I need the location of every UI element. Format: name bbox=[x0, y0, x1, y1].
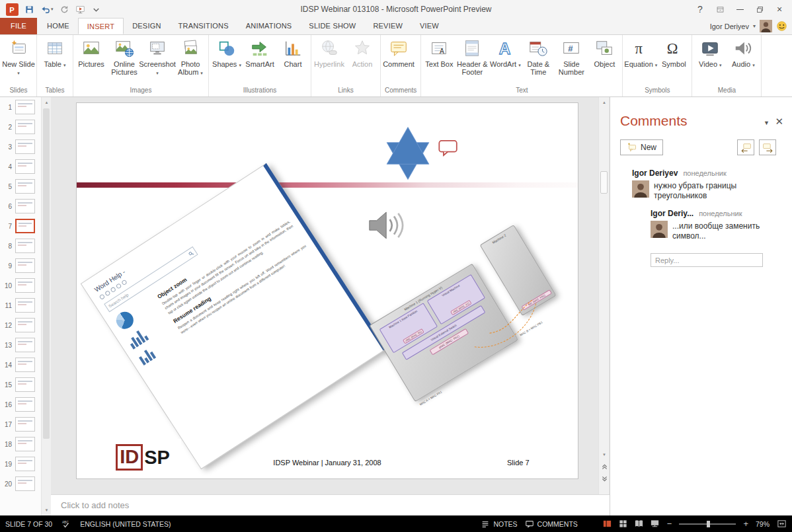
normal-view-button[interactable] bbox=[602, 519, 612, 529]
tab-transitions[interactable]: TRANSITIONS bbox=[170, 18, 237, 34]
scroll-up-icon[interactable]: ▲ bbox=[42, 97, 52, 108]
notes-toggle-button[interactable]: NOTES bbox=[481, 519, 517, 529]
slide-thumbnail-17[interactable]: 17 bbox=[0, 414, 41, 434]
slide-thumbnail-6[interactable]: 6 bbox=[0, 196, 41, 216]
user-account[interactable]: Igor Deriyev ▾ bbox=[710, 18, 792, 34]
word-help-picture[interactable]: Word Help - Search help bbox=[81, 163, 387, 469]
tab-animations[interactable]: ANIMATIONS bbox=[237, 18, 301, 34]
undo-button[interactable]: ▾ bbox=[38, 2, 56, 17]
ribbon-button-online-pictures[interactable]: Online Pictures bbox=[108, 36, 141, 85]
reading-view-button[interactable] bbox=[634, 519, 644, 529]
ribbon-button-equation[interactable]: πEquation ▾ bbox=[624, 36, 657, 85]
ribbon-button-symbol[interactable]: ΩSymbol bbox=[657, 36, 690, 85]
ribbon-display-options-button[interactable] bbox=[710, 1, 730, 17]
audio-speaker-icon[interactable] bbox=[368, 209, 407, 241]
notes-pane[interactable]: Click to add notes bbox=[51, 494, 610, 515]
tab-view[interactable]: VIEW bbox=[411, 18, 448, 34]
ribbon-button-header-footer[interactable]: Header & Footer bbox=[455, 36, 489, 85]
ribbon-button-video[interactable]: Video ▾ bbox=[693, 36, 727, 85]
slide-indicator[interactable]: SLIDE 7 OF 30 bbox=[5, 520, 52, 528]
slide-canvas[interactable]: Word Help - Search help bbox=[76, 102, 578, 479]
ribbon-button-new-slide[interactable]: New Slide ▾ bbox=[2, 36, 35, 85]
slide-thumbnail-5[interactable]: 5 bbox=[0, 176, 41, 196]
new-comment-button[interactable]: New bbox=[620, 139, 663, 155]
slide-thumbnail-19[interactable]: 19 bbox=[0, 454, 41, 474]
slide-thumbnail-9[interactable]: 9 bbox=[0, 256, 41, 276]
slide-thumbnail-11[interactable]: 11 bbox=[0, 295, 41, 315]
slide-thumbnail-13[interactable]: 13 bbox=[0, 335, 41, 355]
ribbon-button-date-time[interactable]: Date & Time bbox=[522, 36, 555, 85]
ribbon-button-screenshot[interactable]: Screenshot ▾ bbox=[141, 36, 174, 85]
slide-thumbnail-2[interactable]: 2 bbox=[0, 117, 41, 137]
slide-thumbnail-20[interactable]: 20 bbox=[0, 474, 41, 494]
zoom-slider[interactable] bbox=[679, 520, 736, 528]
zoom-percent[interactable]: 79% bbox=[756, 520, 770, 528]
scrollbar-thumb[interactable] bbox=[600, 171, 608, 194]
scroll-down-icon[interactable]: ▼ bbox=[42, 505, 52, 515]
slide-show-button[interactable] bbox=[650, 519, 660, 529]
customize-qat-button[interactable] bbox=[89, 2, 104, 17]
tab-slide-show[interactable]: SLIDE SHOW bbox=[300, 18, 364, 34]
slide-thumbnail-15[interactable]: 15 bbox=[0, 375, 41, 395]
tab-design[interactable]: DESIGN bbox=[124, 18, 169, 34]
scroll-up-icon[interactable]: ▲ bbox=[599, 97, 610, 108]
scroll-down-icon[interactable]: ▼ bbox=[599, 449, 610, 460]
slide-scrollbar[interactable]: ▲ ▼ bbox=[598, 97, 609, 494]
comments-toggle-button[interactable]: COMMENTS bbox=[525, 519, 578, 529]
next-comment-button[interactable] bbox=[759, 139, 776, 155]
comment-item[interactable]: Igor Deriy...понедельник...или вообще за… bbox=[651, 209, 784, 241]
tab-review[interactable]: REVIEW bbox=[364, 18, 411, 34]
slide-thumbnail-18[interactable]: 18 bbox=[0, 434, 41, 454]
comment-item[interactable]: Igor Deriyevпонедельникнужно убрать гран… bbox=[632, 169, 784, 201]
close-icon[interactable]: ✕ bbox=[775, 116, 783, 128]
tab-file[interactable]: FILE bbox=[0, 18, 37, 34]
fit-slide-to-window-button[interactable] bbox=[777, 519, 787, 529]
tab-insert[interactable]: INSERT bbox=[78, 18, 124, 34]
slide-thumbnail-4[interactable]: 4 bbox=[0, 157, 41, 176]
language-indicator[interactable]: ENGLISH (UNITED STATES) bbox=[80, 520, 171, 528]
ribbon-button-text-box[interactable]: AText Box bbox=[422, 36, 455, 85]
ribbon-button-photo-album[interactable]: Photo Album ▾ bbox=[174, 36, 207, 85]
slide-thumbnail-8[interactable]: 8 bbox=[0, 236, 41, 256]
slide-thumbnail-12[interactable]: 12 bbox=[0, 315, 41, 335]
ribbon-button-chart[interactable]: Chart bbox=[276, 36, 309, 85]
ribbon-button-comment[interactable]: Comment bbox=[382, 36, 415, 85]
help-button[interactable]: ? bbox=[690, 1, 710, 17]
ribbon-button-shapes[interactable]: Shapes ▾ bbox=[210, 36, 243, 85]
slide-thumbnail-1[interactable]: 1 bbox=[0, 97, 41, 117]
slide-thumbnail-14[interactable]: 14 bbox=[0, 355, 41, 375]
ribbon-button-smartart[interactable]: SmartArt bbox=[243, 36, 276, 85]
ribbon-button-wordart[interactable]: AWordArt ▾ bbox=[489, 36, 522, 85]
spelling-check-icon[interactable]: ABC bbox=[61, 519, 71, 529]
close-button[interactable]: × bbox=[770, 1, 789, 17]
network-diagram-picture[interactable]: Machine 1 (Running Hyper-V) Machine 1 Ro… bbox=[363, 223, 571, 406]
ribbon-button-audio[interactable]: Audio ▾ bbox=[727, 36, 760, 85]
minimize-button[interactable] bbox=[730, 1, 750, 17]
send-a-smile-icon[interactable] bbox=[776, 20, 787, 32]
previous-slide-button[interactable] bbox=[599, 461, 610, 472]
comment-marker-icon[interactable] bbox=[438, 139, 458, 157]
zoom-out-button[interactable]: − bbox=[667, 519, 672, 528]
start-slideshow-button[interactable] bbox=[73, 2, 88, 17]
tab-home[interactable]: HOME bbox=[38, 18, 78, 34]
ribbon-button-object[interactable]: Object bbox=[588, 36, 621, 85]
slide-thumbnail-16[interactable]: 16 bbox=[0, 395, 41, 414]
reply-input[interactable] bbox=[651, 253, 763, 267]
ribbon-button-slide-number[interactable]: #Slide Number bbox=[555, 36, 588, 85]
slide-thumbnail-10[interactable]: 10 bbox=[0, 276, 41, 295]
slide-thumbnail-7[interactable]: 7 bbox=[0, 216, 41, 236]
slide-sorter-view-button[interactable] bbox=[618, 519, 628, 529]
previous-comment-button[interactable] bbox=[737, 139, 754, 155]
chevron-down-icon[interactable]: ▼ bbox=[764, 120, 770, 126]
next-slide-button[interactable] bbox=[599, 473, 610, 484]
star-of-david-shape[interactable] bbox=[379, 127, 436, 180]
ribbon-button-table[interactable]: Table ▾ bbox=[38, 36, 71, 85]
save-button[interactable] bbox=[22, 2, 37, 17]
scrollbar-thumb[interactable] bbox=[43, 108, 50, 439]
zoom-in-button[interactable]: + bbox=[743, 519, 748, 528]
thumbnail-scrollbar[interactable]: ▲ ▼ bbox=[41, 97, 51, 515]
zoom-slider-thumb[interactable] bbox=[707, 521, 710, 527]
repeat-button[interactable] bbox=[57, 2, 72, 17]
ribbon-button-pictures[interactable]: Pictures bbox=[75, 36, 108, 85]
restore-button[interactable] bbox=[750, 1, 770, 17]
